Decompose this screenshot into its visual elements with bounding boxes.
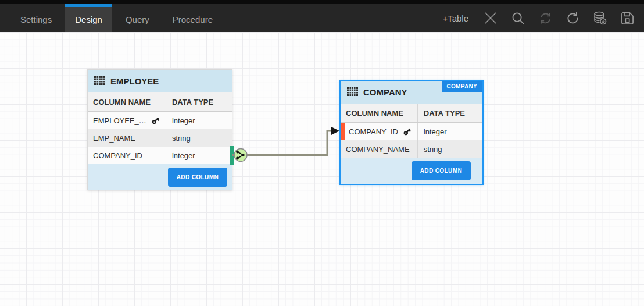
- tab-design-label: Design: [75, 15, 102, 24]
- employee-table-title: EMPLOYEE: [110, 76, 159, 86]
- column-type: integer: [166, 112, 232, 129]
- close-icon[interactable]: [482, 9, 499, 27]
- add-column-button[interactable]: ADD COLUMN: [168, 168, 227, 187]
- design-canvas[interactable]: EMPLOYEE COLUMN NAME DATA TYPE EMPLOYEE_…: [0, 32, 644, 306]
- data-type-header: DATA TYPE: [166, 92, 232, 111]
- selected-table-badge: COMPANY: [442, 81, 482, 92]
- column-type: string: [417, 140, 482, 158]
- column-type: integer: [417, 123, 482, 140]
- table-row[interactable]: COMPANY_ID integer: [341, 123, 482, 140]
- table-row[interactable]: COMPANY_NAME string: [341, 140, 482, 158]
- entity-table-company[interactable]: COMPANY COMPANY COLUMN NAME DATA TYPE CO…: [339, 80, 484, 185]
- table-grid-icon: [347, 87, 358, 98]
- db-design-app: Settings Design Query Procedure +Table: [0, 0, 644, 306]
- relationship-source-handle[interactable]: [230, 146, 234, 165]
- tab-query[interactable]: Query: [116, 4, 159, 32]
- column-name-header: COLUMN NAME: [341, 104, 417, 122]
- tab-design[interactable]: Design: [65, 4, 112, 32]
- company-column-headers: COLUMN NAME DATA TYPE: [341, 104, 482, 123]
- entity-table-employee[interactable]: EMPLOYEE COLUMN NAME DATA TYPE EMPLOYEE_…: [87, 69, 232, 190]
- column-name: COMPANY_ID: [88, 147, 166, 164]
- add-column-button[interactable]: ADD COLUMN: [412, 161, 471, 180]
- company-table-title: COMPANY: [363, 87, 407, 97]
- table-row[interactable]: EMPLOYEE_… integer: [88, 112, 232, 129]
- add-table-button[interactable]: +Table: [442, 13, 468, 23]
- nav-actions: +Table: [442, 4, 636, 32]
- relationship-target-handle[interactable]: [341, 123, 345, 140]
- search-icon[interactable]: [509, 9, 527, 27]
- top-navbar: Settings Design Query Procedure +Table: [0, 0, 644, 32]
- tab-query-label: Query: [126, 15, 149, 24]
- primary-key-icon: [401, 125, 413, 137]
- table-grid-icon: [94, 76, 105, 87]
- sync-icon[interactable]: [536, 9, 554, 27]
- relationship-connector-icon: [234, 149, 247, 162]
- column-type: integer: [166, 147, 232, 164]
- employee-table-footer: ADD COLUMN: [88, 164, 232, 190]
- data-type-header: DATA TYPE: [417, 104, 482, 122]
- employee-column-headers: COLUMN NAME DATA TYPE: [88, 92, 232, 112]
- column-type: string: [166, 129, 232, 147]
- database-export-icon[interactable]: [591, 9, 609, 27]
- column-name: COMPANY_NAME: [341, 140, 417, 158]
- column-name: EMPLOYEE_…: [93, 116, 146, 125]
- employee-table-header[interactable]: EMPLOYEE: [88, 70, 232, 92]
- tab-settings[interactable]: Settings: [10, 4, 62, 32]
- column-name: COMPANY_ID: [349, 127, 398, 136]
- column-name-header: COLUMN NAME: [88, 92, 166, 111]
- navbar-top-strip: [0, 0, 644, 4]
- primary-key-icon: [149, 114, 162, 126]
- column-name: EMP_NAME: [88, 129, 166, 147]
- nav-tabs: Settings Design Query Procedure: [10, 4, 223, 32]
- company-table-footer: ADD COLUMN: [341, 158, 482, 184]
- tab-settings-label: Settings: [20, 15, 52, 24]
- relationship-arrowhead: [331, 127, 339, 136]
- tab-procedure[interactable]: Procedure: [163, 4, 223, 32]
- company-table-header[interactable]: COMPANY COMPANY: [341, 81, 482, 104]
- table-row[interactable]: EMP_NAME string: [88, 129, 232, 147]
- tab-procedure-label: Procedure: [173, 15, 213, 24]
- refresh-icon[interactable]: [564, 9, 581, 27]
- save-icon[interactable]: [618, 9, 636, 27]
- table-row[interactable]: COMPANY_ID integer: [88, 147, 232, 164]
